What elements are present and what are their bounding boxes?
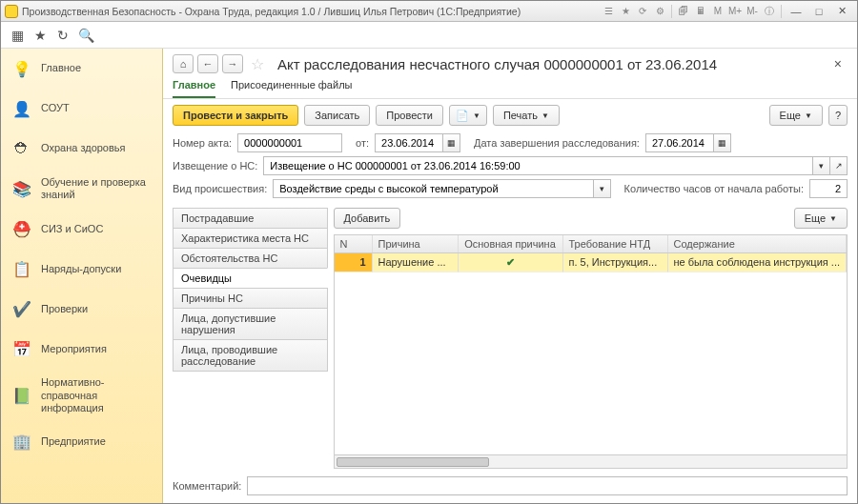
create-based-on-button[interactable]: 📄▼ (449, 105, 487, 126)
apps-icon[interactable]: ▦ (7, 25, 28, 46)
col-req[interactable]: Требование НТД (563, 235, 668, 252)
reference-icon: 📗 (10, 384, 33, 407)
comment-label: Комментарий: (173, 480, 241, 492)
save-button[interactable]: Записать (304, 105, 370, 126)
sidebar-item-permits[interactable]: 📋Наряды-допуски (1, 249, 162, 289)
add-row-button[interactable]: Добавить (334, 208, 401, 229)
home-button[interactable]: ⌂ (173, 54, 194, 73)
cell-main[interactable]: ✔ (459, 253, 563, 272)
post-and-close-button[interactable]: Провести и закрыть (173, 105, 298, 126)
gt-investigators[interactable]: Лица, проводившие расследование (173, 339, 328, 372)
tb-icon-4[interactable]: ⚙ (652, 4, 667, 19)
gt-reasons[interactable]: Причины НС (173, 288, 328, 308)
star-icon[interactable]: ★ (30, 25, 51, 46)
sidebar-item-sout[interactable]: 👤СОУТ (1, 89, 162, 129)
end-label: Дата завершения расследования: (474, 137, 640, 149)
events-icon: 📅 (10, 337, 33, 360)
document-title: Акт расследования несчастного случая 000… (277, 56, 717, 72)
favorite-star-icon[interactable]: ☆ (251, 55, 264, 73)
hours-label: Количество часов от начала работы: (624, 183, 804, 194)
sout-icon: 👤 (10, 97, 33, 120)
notice-select-icon[interactable]: ▾ (813, 156, 830, 175)
tb-m-plus[interactable]: M+ (727, 4, 743, 19)
tb-m-minus[interactable]: M- (745, 4, 760, 19)
cell-n[interactable]: 1 (335, 253, 373, 272)
gt-violators[interactable]: Лица, допустившие нарушения (173, 308, 328, 339)
kind-input[interactable] (273, 179, 593, 198)
doc-nav-row: ⌂ ← → ☆ Акт расследования несчастного сл… (163, 49, 857, 75)
app-icon (5, 5, 18, 18)
forward-button[interactable]: → (222, 54, 243, 73)
sidebar-item-training[interactable]: 📚Обучение и проверка знаний (1, 169, 162, 209)
permit-icon: 📋 (10, 257, 33, 280)
notice-input[interactable] (263, 156, 813, 175)
hours-input[interactable] (809, 179, 848, 198)
gt-victims[interactable]: Пострадавшие (173, 208, 328, 228)
grid-more-button[interactable]: Еще▼ (794, 208, 848, 229)
sidebar-item-siz[interactable]: ⛑️СИЗ и СиОС (1, 209, 162, 249)
cell-req[interactable]: п. 5, Инструкция... (563, 253, 668, 272)
num-input[interactable] (237, 133, 342, 152)
doc-tabs: Главное Присоединенные файлы (163, 75, 857, 99)
history-icon[interactable]: ↻ (52, 25, 73, 46)
books-icon: 📚 (10, 177, 33, 200)
grid-body[interactable]: 1 Нарушение ... ✔ п. 5, Инструкция... не… (335, 253, 848, 454)
end-date-input[interactable] (645, 133, 714, 152)
gt-witnesses[interactable]: Очевидцы (173, 268, 328, 288)
maximize-button[interactable]: □ (807, 4, 830, 19)
close-document-button[interactable]: × (828, 54, 848, 73)
window-titlebar: Производственная Безопасность - Охрана Т… (1, 1, 857, 22)
gt-circ[interactable]: Обстоятельства НС (173, 248, 328, 268)
tb-icon-2[interactable]: ★ (618, 4, 633, 19)
notice-open-icon[interactable]: ↗ (830, 156, 848, 175)
table-row[interactable]: 1 Нарушение ... ✔ п. 5, Инструкция... не… (335, 253, 848, 272)
post-button[interactable]: Провести (376, 105, 443, 126)
close-window-button[interactable]: ✕ (830, 4, 853, 19)
tab-files[interactable]: Присоединенные файлы (231, 75, 352, 98)
minimize-button[interactable]: — (785, 4, 807, 19)
more-button[interactable]: Еще▼ (769, 105, 823, 126)
cell-desc[interactable]: не была соблюдена инструкция ... (668, 253, 848, 272)
help-icon[interactable]: ⓘ (762, 4, 777, 19)
end-date-picker-icon[interactable]: ▦ (714, 133, 731, 152)
col-n[interactable]: N (335, 235, 373, 252)
sidebar-item-enterprise[interactable]: 🏢Предприятие (1, 422, 162, 462)
doc-toolbar: Провести и закрыть Записать Провести 📄▼ … (163, 99, 857, 131)
tb-icon-5[interactable]: 🗐 (676, 4, 691, 19)
tb-icon-3[interactable]: ⟳ (635, 4, 650, 19)
sidebar-item-health[interactable]: ⛑Охрана здоровья (1, 129, 162, 169)
cell-reason[interactable]: Нарушение ... (373, 253, 459, 272)
group-tabs: Пострадавшие Характеристика места НС Обс… (173, 208, 328, 469)
helmet-icon: ⛑️ (10, 217, 33, 240)
tb-m[interactable]: M (710, 4, 725, 19)
tb-icon-1[interactable]: ☰ (601, 4, 616, 19)
kind-select-icon[interactable]: ▾ (594, 179, 611, 198)
col-desc[interactable]: Содержание (668, 235, 848, 252)
sidebar-item-reference[interactable]: 📗Нормативно-справочная информация (1, 369, 162, 422)
tb-icon-6[interactable]: 🖩 (693, 4, 708, 19)
quickbar: ▦ ★ ↻ 🔍 (1, 22, 857, 49)
sidebar: 💡Главное 👤СОУТ ⛑Охрана здоровья 📚Обучени… (1, 49, 163, 503)
sidebar-item-main[interactable]: 💡Главное (1, 49, 162, 89)
from-date-picker-icon[interactable]: ▦ (443, 133, 460, 152)
grid-header: N Причина Основная причина Требование НТ… (335, 235, 848, 253)
back-button[interactable]: ← (197, 54, 218, 73)
horizontal-scrollbar[interactable] (335, 454, 848, 468)
notice-label: Извещение о НС: (173, 160, 257, 171)
help-button[interactable]: ? (828, 105, 848, 126)
sidebar-item-checks[interactable]: ✔️Проверки (1, 289, 162, 329)
search-icon[interactable]: 🔍 (75, 25, 96, 46)
col-main[interactable]: Основная причина (459, 235, 563, 252)
medkit-icon: ⛑ (10, 137, 33, 160)
gt-place[interactable]: Характеристика места НС (173, 228, 328, 248)
print-button[interactable]: Печать▼ (493, 105, 560, 126)
sidebar-item-events[interactable]: 📅Мероприятия (1, 329, 162, 369)
tab-main[interactable]: Главное (173, 75, 215, 98)
comment-input[interactable] (247, 476, 848, 495)
grid-area: Добавить Еще▼ N Причина Основная причина… (334, 208, 848, 469)
content-area: ⌂ ← → ☆ Акт расследования несчастного сл… (163, 49, 857, 503)
col-reason[interactable]: Причина (373, 235, 459, 252)
from-date-input[interactable] (375, 133, 443, 152)
grid: N Причина Основная причина Требование НТ… (334, 234, 848, 469)
scrollbar-thumb[interactable] (337, 457, 489, 467)
